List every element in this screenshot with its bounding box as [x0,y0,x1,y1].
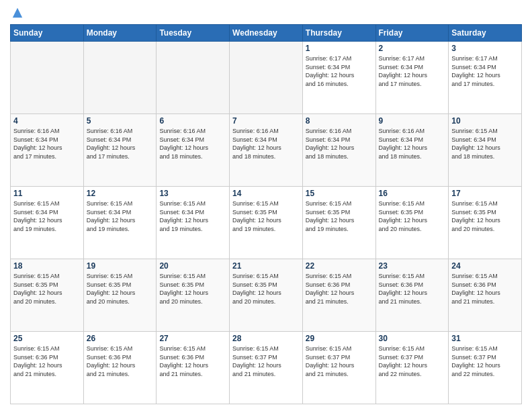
calendar-cell: 1Sunrise: 6:17 AM Sunset: 6:34 PM Daylig… [302,42,375,114]
calendar-header-row: SundayMondayTuesdayWednesdayThursdayFrid… [11,25,522,42]
day-number: 20 [159,261,226,271]
day-info: Sunrise: 6:15 AM Sunset: 6:36 PM Dayligh… [87,345,154,378]
day-number: 2 [379,44,446,53]
day-number: 3 [451,44,519,53]
day-info: Sunrise: 6:15 AM Sunset: 6:35 PM Dayligh… [379,199,446,233]
calendar-cell: 17Sunrise: 6:15 AM Sunset: 6:35 PM Dayli… [449,187,522,259]
day-number: 1 [306,44,373,53]
calendar-week-row: 1Sunrise: 6:17 AM Sunset: 6:34 PM Daylig… [11,42,522,114]
calendar-cell [230,42,303,114]
calendar-cell: 14Sunrise: 6:15 AM Sunset: 6:35 PM Dayli… [230,187,303,259]
day-info: Sunrise: 6:15 AM Sunset: 6:36 PM Dayligh… [451,272,519,306]
day-info: Sunrise: 6:15 AM Sunset: 6:35 PM Dayligh… [232,272,300,306]
calendar-cell [83,42,157,114]
calendar-cell: 19Sunrise: 6:15 AM Sunset: 6:35 PM Dayli… [83,259,157,332]
day-number: 23 [379,261,446,271]
calendar-cell: 30Sunrise: 6:15 AM Sunset: 6:37 PM Dayli… [375,332,449,404]
header [10,7,522,19]
day-info: Sunrise: 6:17 AM Sunset: 6:34 PM Dayligh… [379,54,446,88]
calendar-week-row: 4Sunrise: 6:16 AM Sunset: 6:34 PM Daylig… [11,114,522,187]
day-info: Sunrise: 6:16 AM Sunset: 6:34 PM Dayligh… [159,127,226,161]
calendar-cell: 20Sunrise: 6:15 AM Sunset: 6:35 PM Dayli… [157,259,230,332]
day-info: Sunrise: 6:16 AM Sunset: 6:34 PM Dayligh… [379,127,446,161]
day-info: Sunrise: 6:15 AM Sunset: 6:35 PM Dayligh… [13,272,81,306]
day-info: Sunrise: 6:15 AM Sunset: 6:35 PM Dayligh… [232,199,300,233]
logo-icon [11,7,24,19]
calendar-cell: 24Sunrise: 6:15 AM Sunset: 6:36 PM Dayli… [449,259,522,332]
day-number: 4 [13,116,81,126]
calendar-cell: 9Sunrise: 6:16 AM Sunset: 6:34 PM Daylig… [375,114,449,187]
page: SundayMondayTuesdayWednesdayThursdayFrid… [0,0,532,411]
day-number: 5 [87,116,154,126]
day-number: 26 [87,334,154,343]
day-number: 18 [13,261,81,271]
day-number: 9 [379,116,446,126]
calendar-cell: 5Sunrise: 6:16 AM Sunset: 6:34 PM Daylig… [83,114,157,187]
calendar-cell: 29Sunrise: 6:15 AM Sunset: 6:37 PM Dayli… [302,332,375,404]
calendar-cell: 22Sunrise: 6:15 AM Sunset: 6:36 PM Dayli… [302,259,375,332]
calendar-cell: 31Sunrise: 6:15 AM Sunset: 6:37 PM Dayli… [449,332,522,404]
day-number: 6 [159,116,226,126]
day-number: 28 [232,334,300,343]
day-info: Sunrise: 6:15 AM Sunset: 6:37 PM Dayligh… [306,345,373,378]
calendar-day-header: Tuesday [157,25,230,42]
calendar-cell: 21Sunrise: 6:15 AM Sunset: 6:35 PM Dayli… [230,259,303,332]
calendar-cell [11,42,84,114]
day-number: 11 [13,189,81,198]
calendar-cell: 11Sunrise: 6:15 AM Sunset: 6:34 PM Dayli… [11,187,84,259]
day-info: Sunrise: 6:15 AM Sunset: 6:36 PM Dayligh… [379,272,446,306]
calendar-cell: 8Sunrise: 6:16 AM Sunset: 6:34 PM Daylig… [302,114,375,187]
day-number: 12 [87,189,154,198]
calendar-cell: 10Sunrise: 6:15 AM Sunset: 6:34 PM Dayli… [449,114,522,187]
calendar-cell: 25Sunrise: 6:15 AM Sunset: 6:36 PM Dayli… [11,332,84,404]
day-info: Sunrise: 6:15 AM Sunset: 6:34 PM Dayligh… [159,199,226,233]
day-info: Sunrise: 6:15 AM Sunset: 6:35 PM Dayligh… [451,199,519,233]
calendar-day-header: Wednesday [230,25,303,42]
day-info: Sunrise: 6:15 AM Sunset: 6:36 PM Dayligh… [13,345,81,378]
day-info: Sunrise: 6:15 AM Sunset: 6:34 PM Dayligh… [87,199,154,233]
calendar-table: SundayMondayTuesdayWednesdayThursdayFrid… [10,24,522,404]
calendar-day-header: Saturday [449,25,522,42]
day-info: Sunrise: 6:15 AM Sunset: 6:35 PM Dayligh… [159,272,226,306]
day-number: 27 [159,334,226,343]
calendar-cell: 23Sunrise: 6:15 AM Sunset: 6:36 PM Dayli… [375,259,449,332]
day-info: Sunrise: 6:15 AM Sunset: 6:36 PM Dayligh… [306,272,373,306]
calendar-day-header: Monday [83,25,157,42]
calendar-week-row: 25Sunrise: 6:15 AM Sunset: 6:36 PM Dayli… [11,332,522,404]
calendar-cell: 12Sunrise: 6:15 AM Sunset: 6:34 PM Dayli… [83,187,157,259]
day-number: 13 [159,189,226,198]
day-number: 17 [451,189,519,198]
day-info: Sunrise: 6:17 AM Sunset: 6:34 PM Dayligh… [306,54,373,88]
day-info: Sunrise: 6:15 AM Sunset: 6:37 PM Dayligh… [379,345,446,378]
day-number: 14 [232,189,300,198]
calendar-cell: 6Sunrise: 6:16 AM Sunset: 6:34 PM Daylig… [157,114,230,187]
day-number: 25 [13,334,81,343]
day-number: 31 [451,334,519,343]
calendar-cell: 3Sunrise: 6:17 AM Sunset: 6:34 PM Daylig… [449,42,522,114]
day-info: Sunrise: 6:15 AM Sunset: 6:35 PM Dayligh… [87,272,154,306]
logo [10,7,24,19]
day-number: 24 [451,261,519,271]
calendar-day-header: Thursday [302,25,375,42]
day-number: 29 [306,334,373,343]
day-info: Sunrise: 6:15 AM Sunset: 6:37 PM Dayligh… [451,345,519,378]
calendar-cell: 2Sunrise: 6:17 AM Sunset: 6:34 PM Daylig… [375,42,449,114]
day-number: 8 [306,116,373,126]
calendar-cell: 28Sunrise: 6:15 AM Sunset: 6:37 PM Dayli… [230,332,303,404]
day-info: Sunrise: 6:15 AM Sunset: 6:36 PM Dayligh… [159,345,226,378]
day-number: 22 [306,261,373,271]
calendar-cell: 18Sunrise: 6:15 AM Sunset: 6:35 PM Dayli… [11,259,84,332]
calendar-week-row: 11Sunrise: 6:15 AM Sunset: 6:34 PM Dayli… [11,187,522,259]
calendar-day-header: Sunday [11,25,84,42]
day-info: Sunrise: 6:16 AM Sunset: 6:34 PM Dayligh… [87,127,154,161]
day-info: Sunrise: 6:15 AM Sunset: 6:37 PM Dayligh… [232,345,300,378]
calendar-cell: 27Sunrise: 6:15 AM Sunset: 6:36 PM Dayli… [157,332,230,404]
calendar-day-header: Friday [375,25,449,42]
calendar-cell: 26Sunrise: 6:15 AM Sunset: 6:36 PM Dayli… [83,332,157,404]
svg-marker-0 [13,8,22,17]
calendar-cell: 7Sunrise: 6:16 AM Sunset: 6:34 PM Daylig… [230,114,303,187]
day-info: Sunrise: 6:16 AM Sunset: 6:34 PM Dayligh… [232,127,300,161]
calendar-cell: 15Sunrise: 6:15 AM Sunset: 6:35 PM Dayli… [302,187,375,259]
day-info: Sunrise: 6:16 AM Sunset: 6:34 PM Dayligh… [306,127,373,161]
calendar-cell: 4Sunrise: 6:16 AM Sunset: 6:34 PM Daylig… [11,114,84,187]
